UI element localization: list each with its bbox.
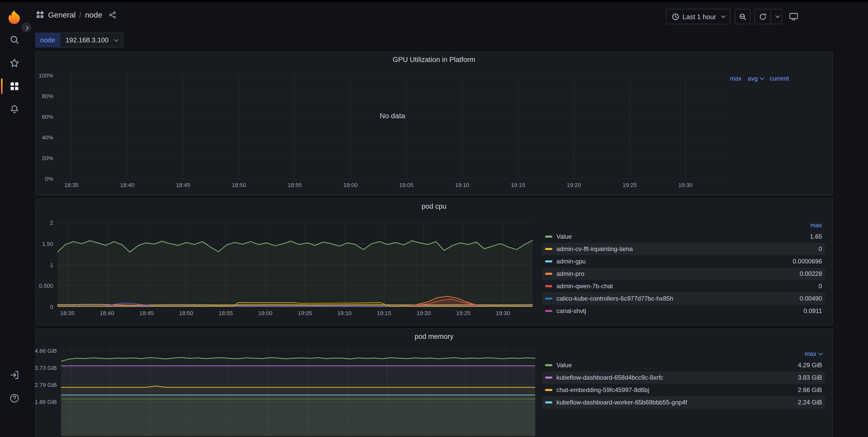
series-name[interactable]: admin-pro: [556, 270, 584, 277]
y-tick-label: 0%: [45, 176, 53, 182]
x-tick-label: 18:55: [219, 310, 233, 316]
sidebar-item-sign-in[interactable]: [0, 365, 28, 385]
series-max-value: 0: [819, 245, 822, 253]
series-max-value: 2.66 GiB: [798, 386, 822, 394]
breadcrumb: General / node: [36, 10, 117, 19]
gpu-chart-plot[interactable]: No data: [57, 75, 727, 179]
series-name[interactable]: canal-shvtj: [556, 307, 586, 315]
sidebar-item-starred[interactable]: [0, 53, 28, 73]
legend-header: max: [542, 349, 825, 359]
time-range-picker[interactable]: Last 1 hour: [666, 9, 731, 24]
y-tick-label: 40%: [42, 134, 53, 141]
cycle-view-mode-button[interactable]: [786, 9, 801, 24]
panel-header[interactable]: pod memory: [36, 329, 832, 344]
panel-title[interactable]: pod cpu: [422, 202, 446, 210]
x-tick-label: 19:20: [417, 310, 431, 316]
series-color-swatch: [545, 377, 552, 379]
legend-rows: Value 1.65 admin-cv-fft-inpainting-lama …: [542, 230, 825, 317]
breadcrumb-page[interactable]: node: [85, 10, 102, 19]
series-name[interactable]: kubeflow-dashboard-worker-65b69bbb55-gnp…: [556, 399, 687, 406]
x-tick-label: 19:25: [456, 310, 470, 316]
legend-row[interactable]: admin-gpu 0.0000696: [542, 255, 825, 268]
variable-value-dropdown[interactable]: 192.168.3.100: [60, 33, 123, 48]
y-axis: 1.86 GiB2.79 GiB3.73 GiB4.66 GiB: [36, 329, 61, 437]
x-axis: 18:3518:4018:4518:5018:5519:0019:0519:10…: [57, 182, 727, 190]
x-tick-label: 19:30: [496, 310, 510, 316]
variable-node: node 192.168.3.100: [35, 33, 123, 48]
legend-row[interactable]: kubeflow-dashboard-658d4bcc9c-8xrfc 3.83…: [542, 371, 825, 384]
share-icon[interactable]: [108, 10, 117, 19]
y-tick-label: 2: [50, 220, 53, 226]
x-tick-label: 18:40: [100, 310, 114, 316]
active-section-indicator: [1, 79, 2, 94]
series-name[interactable]: admin-gpu: [556, 258, 586, 265]
sidebar-item-dashboards[interactable]: [0, 76, 28, 97]
legend-row[interactable]: admin-qwen-7b-chat 0: [542, 280, 825, 292]
chevron-down-icon: [114, 37, 119, 41]
x-tick-label: 18:35: [64, 182, 79, 188]
legend-sort-max[interactable]: max: [805, 350, 822, 357]
series-color-swatch: [545, 273, 552, 275]
y-tick-label: 1.86 GiB: [35, 399, 57, 405]
y-axis: 00.50011.502: [36, 199, 57, 325]
legend-sort-current[interactable]: current: [770, 75, 789, 82]
x-tick-label: 19:15: [377, 310, 391, 316]
legend-row[interactable]: calico-kube-controllers-6c977d77bc-hx85h…: [542, 292, 825, 305]
series-name[interactable]: Value: [556, 233, 572, 240]
series-color-swatch: [545, 389, 552, 391]
zoom-out-button[interactable]: [735, 9, 750, 24]
legend-row[interactable]: admin-pro 0.00228: [542, 268, 825, 280]
grafana-logo[interactable]: [6, 9, 22, 25]
y-tick-label: 20%: [42, 155, 53, 161]
legend-sort-max[interactable]: max: [730, 75, 741, 82]
refresh-button-group: [754, 9, 782, 24]
x-tick-label: 19:30: [678, 182, 692, 188]
series-name[interactable]: Value: [556, 362, 572, 369]
legend-row[interactable]: kubeflow-dashboard-worker-65b69bbb55-gnp…: [542, 396, 825, 409]
refresh-interval-dropdown[interactable]: [770, 9, 782, 24]
legend-row[interactable]: chat-embedding-59fc45997-8d6bj 2.66 GiB: [542, 384, 825, 396]
chart-canvas: [57, 75, 727, 179]
legend-row[interactable]: Value 4.29 GiB: [542, 359, 825, 371]
legend-sort-max[interactable]: max: [810, 222, 822, 229]
x-tick-label: 18:45: [176, 182, 190, 188]
x-tick-label: 18:45: [140, 310, 154, 316]
cpu-chart-plot[interactable]: [57, 223, 533, 307]
legend-calc-controls: max avg current: [730, 75, 789, 82]
grafana-dashboard: General / node Last 1 hour: [0, 0, 868, 437]
legend-row[interactable]: Value 1.65: [542, 230, 825, 243]
series-name[interactable]: calico-kube-controllers-6c977d77bc-hx85h: [556, 295, 673, 302]
series-name[interactable]: kubeflow-dashboard-658d4bcc9c-8xrfc: [556, 374, 663, 381]
no-data-message: No data: [57, 112, 727, 120]
panel-header[interactable]: GPU Utilization in Platform: [36, 52, 832, 67]
chevron-right-icon: [24, 26, 29, 30]
legend-sort-avg[interactable]: avg: [748, 75, 764, 82]
sidebar-item-alerting[interactable]: [0, 99, 28, 120]
y-tick-label: 100%: [39, 72, 53, 79]
series-name[interactable]: admin-cv-fft-inpainting-lama: [556, 245, 633, 253]
panel-title[interactable]: GPU Utilization in Platform: [393, 56, 475, 63]
variable-value: 192.168.3.100: [66, 36, 108, 44]
breadcrumb-section[interactable]: General: [48, 10, 76, 19]
x-tick-label: 19:00: [343, 182, 358, 188]
series-name[interactable]: chat-embedding-59fc45997-8d6bj: [556, 386, 649, 394]
y-tick-label: 4.66 GiB: [35, 348, 57, 354]
series-fill-Value: [57, 240, 533, 307]
legend-row[interactable]: canal-shvtj 0.0911: [542, 305, 825, 317]
sidebar: [0, 2, 28, 437]
refresh-button[interactable]: [755, 9, 770, 24]
sign-in-icon: [9, 370, 20, 380]
x-tick-label: 19:20: [567, 182, 581, 188]
panel-title[interactable]: pod memory: [414, 333, 454, 340]
legend-row[interactable]: admin-cv-fft-inpainting-lama 0: [542, 243, 825, 255]
sidebar-expand-button[interactable]: [22, 23, 31, 32]
sidebar-item-search[interactable]: [0, 29, 28, 50]
sidebar-item-help[interactable]: [0, 388, 28, 409]
series-name[interactable]: admin-qwen-7b-chat: [556, 283, 613, 290]
memory-chart-plot[interactable]: [61, 346, 535, 436]
series-max-value: 3.83 GiB: [798, 374, 822, 381]
panel-gpu-utilization: GPU Utilization in Platform max avg curr…: [35, 52, 833, 195]
series-max-value: 0.00490: [800, 295, 822, 302]
panel-header[interactable]: pod cpu: [36, 199, 832, 213]
x-tick-label: 19:05: [298, 310, 312, 316]
